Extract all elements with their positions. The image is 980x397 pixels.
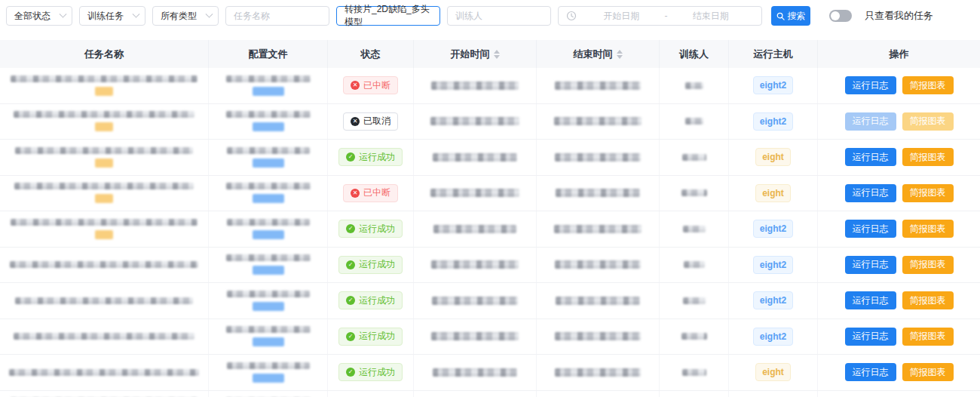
status-icon: ✕ bbox=[351, 81, 360, 90]
redacted-task-tag bbox=[95, 194, 113, 203]
search-button[interactable]: 搜索 bbox=[771, 6, 810, 26]
status-cell: ✓ 运行成功 bbox=[328, 391, 414, 397]
host-badge: eight2 bbox=[753, 76, 793, 94]
status-badge: ✓ 运行成功 bbox=[338, 328, 403, 346]
host-badge: eight2 bbox=[753, 220, 793, 238]
redacted-config-link[interactable] bbox=[253, 374, 284, 383]
status-badge: ✓ 运行成功 bbox=[338, 363, 403, 381]
config-file-cell bbox=[209, 176, 328, 211]
host-cell: eight2 bbox=[729, 248, 818, 283]
report-chart-button[interactable]: 简报图表 bbox=[902, 184, 954, 202]
redacted-task-name bbox=[14, 333, 194, 340]
redacted-config-file bbox=[226, 75, 311, 82]
status-cell: ✓ 运行成功 bbox=[328, 248, 414, 283]
redacted-config-link[interactable] bbox=[253, 194, 284, 203]
status-label: 运行成功 bbox=[359, 223, 395, 235]
report-chart-button[interactable]: 简报图表 bbox=[902, 148, 954, 166]
end-time-cell bbox=[537, 355, 660, 390]
status-cell: ✓ 运行成功 bbox=[328, 283, 414, 319]
redacted-config-link[interactable] bbox=[253, 158, 284, 168]
run-log-button[interactable]: 运行日志 bbox=[845, 328, 896, 346]
trainer-cell bbox=[660, 176, 729, 211]
run-log-button[interactable]: 运行日志 bbox=[845, 291, 896, 309]
status-label: 已中断 bbox=[363, 186, 390, 199]
host-badge: eight bbox=[755, 363, 791, 381]
report-chart-button[interactable]: 简报图表 bbox=[902, 256, 954, 274]
host-cell: eight bbox=[729, 176, 818, 211]
end-time-cell bbox=[537, 140, 660, 175]
trainer-input[interactable]: 训练人 bbox=[447, 6, 551, 26]
start-time-cell bbox=[414, 140, 537, 175]
my-tasks-toggle-label: 只查看我的任务 bbox=[865, 9, 933, 23]
task-type-filter-select[interactable]: 训练任务 bbox=[79, 6, 145, 26]
status-cell: ✓ 运行成功 bbox=[328, 319, 414, 355]
redacted-config-file bbox=[227, 219, 310, 226]
actions-cell: 运行日志 简报图表 bbox=[818, 211, 980, 247]
host-cell: eight2 bbox=[729, 283, 818, 319]
host-cell: eight bbox=[729, 140, 818, 175]
report-chart-button[interactable]: 简报图表 bbox=[902, 76, 954, 94]
redacted-start-time bbox=[431, 260, 519, 269]
actions-cell: 运行日志 简报图表 bbox=[818, 176, 980, 211]
host-badge: eight bbox=[755, 148, 791, 166]
redacted-start-time bbox=[431, 332, 519, 340]
status-badge: ✕ 已中断 bbox=[343, 184, 398, 202]
redacted-config-link[interactable] bbox=[253, 266, 284, 275]
report-chart-button[interactable]: 简报图表 bbox=[902, 363, 954, 381]
run-log-button[interactable]: 运行日志 bbox=[845, 112, 896, 131]
task-name-cell bbox=[0, 104, 209, 140]
trainer-cell bbox=[660, 391, 729, 397]
start-time-sort-icon[interactable] bbox=[494, 50, 500, 59]
redacted-trainer bbox=[685, 82, 703, 89]
redacted-config-link[interactable] bbox=[253, 337, 284, 346]
col-header-end-time: 结束时间 bbox=[537, 40, 660, 68]
redacted-trainer bbox=[682, 369, 706, 376]
search-icon bbox=[776, 12, 785, 20]
task-name-cell bbox=[0, 140, 209, 175]
clock-icon bbox=[566, 11, 577, 21]
redacted-config-link[interactable] bbox=[253, 302, 284, 311]
report-chart-button[interactable]: 简报图表 bbox=[902, 220, 954, 238]
category-filter-select[interactable]: 所有类型 bbox=[152, 6, 219, 26]
redacted-config-link[interactable] bbox=[253, 230, 284, 239]
config-file-cell bbox=[209, 211, 328, 247]
end-time-sort-icon[interactable] bbox=[617, 50, 623, 59]
redacted-config-file bbox=[227, 147, 310, 154]
host-badge: eight2 bbox=[753, 112, 793, 131]
redacted-task-tag bbox=[95, 122, 113, 131]
status-badge: ✕ 已中断 bbox=[343, 76, 398, 94]
status-cell: ✕ 已取消 bbox=[328, 104, 414, 140]
end-time-cell bbox=[537, 283, 660, 319]
status-filter-select[interactable]: 全部状态 bbox=[6, 6, 72, 26]
report-chart-button[interactable]: 简报图表 bbox=[902, 328, 954, 346]
end-time-cell bbox=[537, 211, 660, 247]
run-log-button[interactable]: 运行日志 bbox=[845, 220, 896, 238]
actions-cell: 运行日志 简报图表 bbox=[818, 104, 980, 140]
redacted-config-link[interactable] bbox=[253, 87, 284, 96]
task-name-input[interactable]: 任务名称 bbox=[225, 6, 329, 26]
start-time-cell bbox=[414, 104, 537, 140]
status-icon: ✓ bbox=[346, 368, 355, 377]
my-tasks-toggle[interactable] bbox=[829, 10, 852, 22]
redacted-task-name bbox=[15, 147, 193, 154]
task-table: 任务名称 配置文件 状态 开始时间 结束时间 训练人 运行主机 操作 ✕ 已中断 bbox=[0, 40, 980, 397]
status-label: 运行成功 bbox=[359, 258, 395, 271]
config-file-cell bbox=[209, 355, 328, 390]
status-label: 运行成功 bbox=[359, 366, 395, 379]
status-icon: ✓ bbox=[346, 260, 355, 269]
run-log-button[interactable]: 运行日志 bbox=[845, 148, 896, 166]
start-time-cell bbox=[414, 211, 537, 247]
run-log-button[interactable]: 运行日志 bbox=[845, 363, 896, 381]
model-search-input[interactable]: 转接片_2D缺陷_多头模型 bbox=[336, 6, 440, 26]
redacted-config-link[interactable] bbox=[253, 122, 284, 131]
start-time-cell bbox=[414, 176, 537, 211]
run-log-button[interactable]: 运行日志 bbox=[845, 256, 896, 274]
date-range-picker[interactable]: 开始日期 - 结束日期 bbox=[558, 6, 762, 26]
report-chart-button[interactable]: 简报图表 bbox=[902, 112, 954, 131]
actions-cell: 运行日志 简报图表 bbox=[818, 68, 980, 103]
run-log-button[interactable]: 运行日志 bbox=[845, 76, 896, 94]
config-file-cell bbox=[209, 283, 328, 319]
run-log-button[interactable]: 运行日志 bbox=[845, 184, 896, 202]
report-chart-button[interactable]: 简报图表 bbox=[902, 291, 954, 309]
task-name-cell bbox=[0, 355, 209, 390]
